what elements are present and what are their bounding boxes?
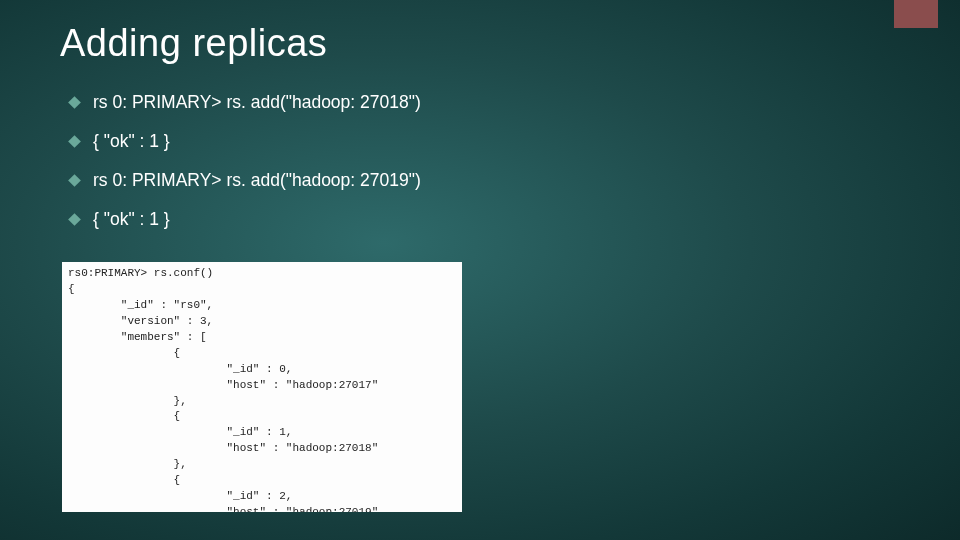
list-item: { "ok" : 1 } [70, 209, 421, 230]
accent-bar [894, 0, 938, 28]
slide-title: Adding replicas [60, 22, 327, 65]
diamond-icon [68, 96, 81, 109]
diamond-icon [68, 174, 81, 187]
code-snippet: rs0:PRIMARY> rs.conf() { "_id" : "rs0", … [62, 262, 462, 512]
bullet-text: rs 0: PRIMARY> rs. add("hadoop: 27018") [93, 92, 421, 113]
diamond-icon [68, 135, 81, 148]
bullet-text: { "ok" : 1 } [93, 131, 170, 152]
list-item: rs 0: PRIMARY> rs. add("hadoop: 27019") [70, 170, 421, 191]
bullet-list: rs 0: PRIMARY> rs. add("hadoop: 27018") … [70, 92, 421, 248]
list-item: { "ok" : 1 } [70, 131, 421, 152]
bullet-text: { "ok" : 1 } [93, 209, 170, 230]
diamond-icon [68, 213, 81, 226]
bullet-text: rs 0: PRIMARY> rs. add("hadoop: 27019") [93, 170, 421, 191]
list-item: rs 0: PRIMARY> rs. add("hadoop: 27018") [70, 92, 421, 113]
